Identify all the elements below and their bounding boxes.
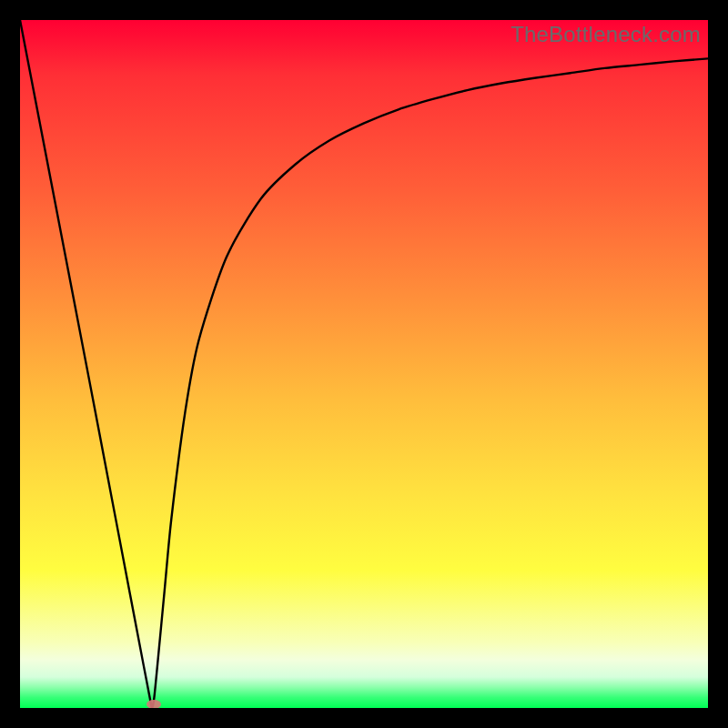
min-point-marker (147, 700, 161, 708)
chart-container: TheBottleneck.com (0, 0, 728, 728)
bottleneck-curve (20, 20, 708, 708)
plot-area: TheBottleneck.com (20, 20, 708, 708)
curve-svg (20, 20, 708, 708)
